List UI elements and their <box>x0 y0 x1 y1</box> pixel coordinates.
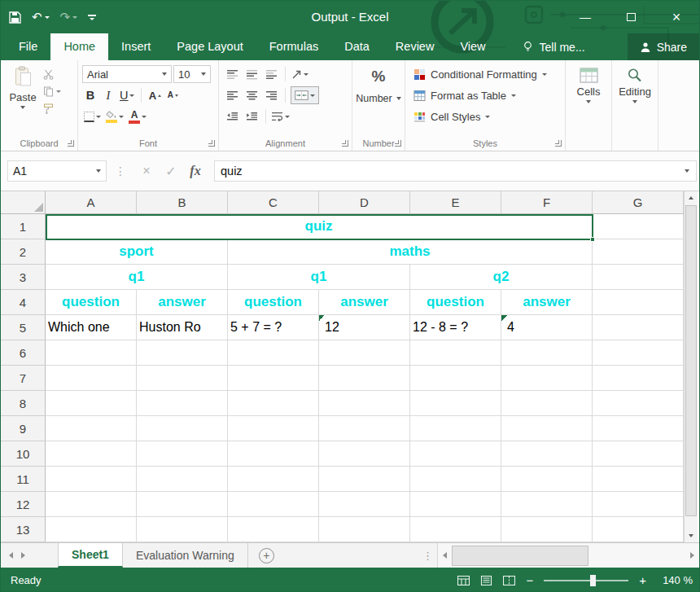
dropdown-icon[interactable] <box>285 116 290 118</box>
column-header-B[interactable]: B <box>137 191 228 214</box>
row-header-6[interactable]: 6 <box>1 340 46 366</box>
grid-row-6[interactable] <box>46 340 684 366</box>
editing-button[interactable]: Editing <box>616 64 654 103</box>
name-box[interactable]: A1 <box>7 160 107 182</box>
dropdown-icon[interactable] <box>396 97 401 100</box>
number-format-select[interactable]: Number <box>357 93 400 104</box>
dropdown-icon[interactable] <box>96 116 101 118</box>
increase-font-size-button[interactable]: A <box>147 86 163 104</box>
dropdown-icon[interactable] <box>56 90 61 93</box>
sheet-tab-evaluation-warning[interactable]: Evaluation Warning <box>123 543 248 568</box>
decrease-indent-button[interactable] <box>223 107 241 125</box>
font-size-select[interactable]: 10 <box>173 65 211 83</box>
share-button[interactable]: Share <box>628 33 699 60</box>
cell-a1-merged[interactable]: quiz <box>46 214 593 239</box>
row-header-2[interactable]: 2 <box>1 239 46 265</box>
insert-function-button[interactable]: fx <box>183 164 208 178</box>
cell-g4[interactable] <box>593 290 684 314</box>
cell-c4[interactable]: question <box>228 290 319 314</box>
alignment-dialog-launcher[interactable] <box>342 140 348 147</box>
sheet-nav-left-button[interactable] <box>9 552 13 559</box>
cell-d5[interactable]: 12 <box>319 315 410 340</box>
sheet-tab-sheet1[interactable]: Sheet1 <box>58 543 123 568</box>
tab-page-layout[interactable]: Page Layout <box>164 33 256 60</box>
close-button[interactable]: × <box>654 1 699 33</box>
column-header-E[interactable]: E <box>410 191 501 214</box>
vertical-scrollbar[interactable] <box>684 191 698 542</box>
tab-data[interactable]: Data <box>331 33 383 60</box>
vertical-scrollbar-thumb[interactable] <box>685 205 697 516</box>
row-header-9[interactable]: 9 <box>1 416 46 441</box>
italic-button[interactable]: I <box>100 86 116 104</box>
normal-view-button[interactable] <box>457 576 470 585</box>
dropdown-icon[interactable] <box>162 72 167 76</box>
zoom-slider-thumb[interactable] <box>590 575 596 586</box>
center-button[interactable] <box>243 86 260 104</box>
dropdown-icon[interactable] <box>542 73 547 76</box>
tab-view[interactable]: View <box>447 33 498 60</box>
copy-button[interactable] <box>43 86 61 97</box>
row-header-4[interactable]: 4 <box>1 290 46 315</box>
minimize-button[interactable]: — <box>562 1 608 33</box>
font-dialog-launcher[interactable] <box>208 140 215 147</box>
row-header-8[interactable]: 8 <box>1 391 46 416</box>
zoom-out-button[interactable]: − <box>526 573 533 587</box>
grid-row-10[interactable] <box>46 441 684 467</box>
row-header-7[interactable]: 7 <box>1 366 46 391</box>
grid-row-7[interactable] <box>46 366 684 391</box>
grid-row-12[interactable] <box>46 492 684 517</box>
cell-f4[interactable]: answer <box>501 290 593 314</box>
cell-a4[interactable]: question <box>46 290 137 314</box>
sheet-nav-right-button[interactable] <box>21 552 25 559</box>
font-name-select[interactable]: Arial <box>82 65 172 83</box>
top-align-button[interactable] <box>223 65 241 83</box>
cell-e3-merged[interactable]: q2 <box>410 265 593 289</box>
cell-c3-merged[interactable]: q1 <box>228 265 410 289</box>
number-dialog-launcher[interactable] <box>395 140 401 147</box>
zoom-slider[interactable] <box>544 580 628 581</box>
borders-button[interactable] <box>82 107 103 125</box>
scroll-up-button[interactable] <box>685 191 698 204</box>
zoom-level[interactable]: 140 % <box>657 574 693 586</box>
dropdown-icon[interactable] <box>511 94 516 97</box>
cell-d4[interactable]: answer <box>319 290 410 314</box>
page-break-preview-button[interactable] <box>503 576 515 585</box>
dropdown-icon[interactable] <box>142 116 147 118</box>
paste-button[interactable]: Paste <box>5 64 41 114</box>
merge-and-center-button[interactable] <box>291 86 319 104</box>
wrap-text-button[interactable] <box>271 107 290 125</box>
cut-button[interactable] <box>43 68 61 80</box>
row-header-5[interactable]: 5 <box>1 315 46 340</box>
cell-a2-merged[interactable]: sport <box>46 239 228 264</box>
tab-formulas[interactable]: Formulas <box>256 33 331 60</box>
cell-c2-merged[interactable]: maths <box>228 239 593 264</box>
maximize-button[interactable] <box>608 1 654 33</box>
cells-button[interactable]: Cells <box>570 64 607 103</box>
redo-button[interactable]: ↷ <box>60 10 78 24</box>
undo-button[interactable]: ↶ <box>32 10 50 24</box>
align-right-button[interactable] <box>262 86 280 104</box>
grid-row-11[interactable] <box>46 467 684 492</box>
clipboard-dialog-launcher[interactable] <box>68 140 74 147</box>
tab-scrollbar-divider[interactable]: ⋮ <box>422 550 433 562</box>
row-header-12[interactable]: 12 <box>1 492 46 517</box>
row-header-10[interactable]: 10 <box>1 441 46 467</box>
tab-file[interactable]: File <box>6 33 50 60</box>
dropdown-icon[interactable] <box>632 100 637 103</box>
cell-g1[interactable] <box>593 214 684 239</box>
cell-e5[interactable]: 12 - 8 = ? <box>410 315 501 340</box>
formula-bar-divider[interactable]: ⋮ <box>115 164 126 178</box>
page-layout-view-button[interactable] <box>480 576 492 585</box>
conditional-formatting-button[interactable]: Conditional Formatting <box>409 64 561 85</box>
row-header-13[interactable]: 13 <box>1 517 46 542</box>
save-button[interactable] <box>9 11 21 24</box>
row-header-11[interactable]: 11 <box>1 467 46 492</box>
column-header-D[interactable]: D <box>319 191 410 214</box>
tab-insert[interactable]: Insert <box>108 33 164 60</box>
dropdown-icon[interactable] <box>485 116 490 118</box>
cell-g2[interactable] <box>593 239 684 264</box>
horizontal-scrollbar-thumb[interactable] <box>452 546 588 566</box>
formula-bar-expand-button[interactable] <box>677 160 697 182</box>
row-header-3[interactable]: 3 <box>1 265 46 290</box>
dropdown-icon[interactable] <box>96 169 101 173</box>
